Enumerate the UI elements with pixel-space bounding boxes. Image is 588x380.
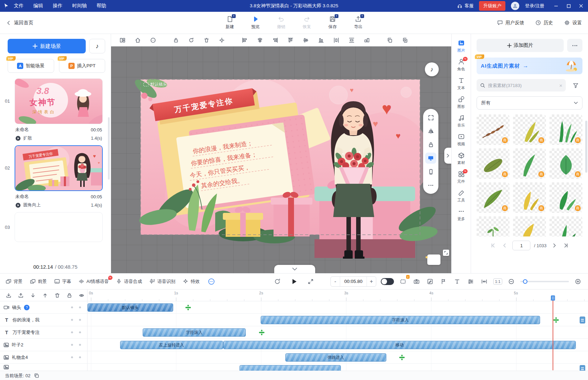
track-lane[interactable]: 默认镜头 bbox=[87, 301, 588, 313]
match-size-icon[interactable] bbox=[364, 37, 370, 43]
tab-material[interactable]: 素材 bbox=[452, 149, 471, 168]
menu-file[interactable]: 文件 bbox=[14, 3, 24, 9]
zoom-ratio-button[interactable]: 1:1 bbox=[493, 278, 502, 285]
autoplay-toggle[interactable] bbox=[381, 278, 394, 285]
foreground-button[interactable]: 前景 bbox=[30, 278, 47, 285]
track-lane[interactable]: 弹跳进入 bbox=[87, 351, 588, 363]
tts-button[interactable]: 语音合成 bbox=[116, 278, 142, 285]
playbar-more-icon[interactable] bbox=[207, 277, 216, 286]
track-header[interactable]: 镜头 ? bbox=[0, 301, 87, 313]
zoom-in-icon[interactable] bbox=[573, 277, 582, 286]
add-image-button[interactable]: 添加图片 bbox=[477, 39, 564, 52]
zoom-slider[interactable] bbox=[520, 281, 569, 282]
delete-icon[interactable] bbox=[203, 37, 210, 43]
undo-button[interactable]: 撤销 bbox=[277, 16, 285, 30]
history-button[interactable]: 历史 bbox=[535, 20, 553, 26]
duration-plus-button[interactable]: + bbox=[367, 278, 376, 285]
upgrade-account-button[interactable]: 升级账户 bbox=[479, 1, 505, 11]
effects-button[interactable]: 特效 bbox=[183, 278, 200, 285]
stage-artwork[interactable]: 你的浪漫，我来制造； 你要的惊喜，我来准备； 今天，你只管买买买， 其余的交给我… bbox=[111, 46, 451, 273]
scene-name[interactable]: 未命名 bbox=[15, 193, 29, 200]
settings-button[interactable]: 设置 bbox=[564, 20, 582, 26]
storyboard-icon[interactable] bbox=[119, 37, 126, 43]
new-scene-button[interactable]: 新建场景 bbox=[8, 39, 86, 53]
delete-track-icon[interactable] bbox=[53, 291, 62, 300]
scene-bgm-button[interactable]: ♪ bbox=[425, 62, 439, 76]
bar-extend-handle[interactable] bbox=[580, 317, 585, 323]
fullscreen-icon[interactable] bbox=[425, 112, 436, 123]
tab-more[interactable]: 更多 bbox=[452, 205, 471, 224]
mini-expand-icon[interactable] bbox=[443, 250, 449, 256]
align-bottom-icon[interactable] bbox=[318, 37, 324, 43]
track-lane[interactable] bbox=[87, 364, 588, 371]
scene-name[interactable]: 未命名 bbox=[15, 127, 29, 133]
home-icon[interactable] bbox=[135, 37, 141, 43]
background-button[interactable]: 背景 bbox=[6, 278, 23, 285]
add-animation-button[interactable] bbox=[553, 317, 559, 323]
login-register-link[interactable]: 登录/注册 bbox=[525, 3, 544, 9]
align-right-icon[interactable] bbox=[272, 37, 278, 43]
add-animation-button[interactable] bbox=[259, 329, 265, 336]
timeline-bar[interactable]: 左上旋转进入 bbox=[120, 341, 223, 349]
desktop-view-icon[interactable] bbox=[425, 153, 436, 164]
add-animation-button[interactable] bbox=[185, 304, 191, 311]
tab-tools[interactable]: 工具 bbox=[452, 187, 471, 205]
last-page-button[interactable] bbox=[562, 241, 570, 250]
track-header[interactable]: T 万千宠爱专注 bbox=[0, 326, 87, 338]
align-center-horizontal-icon[interactable] bbox=[257, 37, 263, 43]
distribute-vertical-icon[interactable] bbox=[348, 37, 355, 43]
hide-track-icon[interactable] bbox=[77, 291, 86, 300]
preview-button[interactable]: 预览 bbox=[251, 16, 260, 30]
timeline-bar[interactable]: 字符滚入 bbox=[143, 328, 246, 337]
rotate-icon[interactable] bbox=[188, 37, 194, 43]
ai-generate-banner[interactable]: VIP AI生成图片素材 → bbox=[477, 58, 582, 74]
asset-tile[interactable]: 商 bbox=[549, 148, 582, 179]
minimize-button[interactable] bbox=[550, 0, 562, 12]
subtitle-button[interactable]: 字幕 bbox=[54, 278, 71, 285]
insert-ppt-button[interactable]: VIP P 插入PPT bbox=[59, 59, 106, 73]
align-middle-icon[interactable] bbox=[303, 37, 309, 43]
menu-timeline[interactable]: 时间轴 bbox=[72, 3, 87, 9]
track-header[interactable]: 叶子2 bbox=[0, 339, 87, 351]
feedback-button[interactable]: 用户反馈 bbox=[497, 20, 524, 26]
asset-tile[interactable]: 商 bbox=[549, 114, 582, 145]
asset-tile[interactable]: 商 bbox=[513, 182, 546, 213]
asset-tile[interactable]: 商 bbox=[513, 216, 546, 236]
tab-widget[interactable]: N 元件 bbox=[452, 168, 471, 187]
text-tool-icon[interactable] bbox=[453, 277, 462, 286]
more-icon[interactable] bbox=[425, 180, 436, 191]
align-top-icon[interactable] bbox=[287, 37, 294, 43]
support-button[interactable]: 客服 bbox=[457, 3, 473, 9]
tab-music[interactable]: 音乐 bbox=[452, 112, 471, 130]
tab-shape[interactable]: 图形 bbox=[452, 93, 471, 112]
track-lane[interactable]: 左上旋转进入 移动 bbox=[87, 339, 588, 351]
asset-tile[interactable]: 商 bbox=[549, 216, 582, 236]
asset-tile[interactable]: 商 bbox=[513, 114, 546, 145]
scene-panel-scrollbar[interactable] bbox=[108, 117, 110, 180]
close-button[interactable] bbox=[575, 0, 587, 12]
lock-icon[interactable] bbox=[425, 139, 436, 150]
maximize-button[interactable] bbox=[562, 0, 575, 12]
bar-extend-handle[interactable] bbox=[580, 365, 585, 371]
timeline-bar[interactable]: 弹跳进入 bbox=[285, 353, 386, 362]
timeline-bar[interactable]: 字符滚入 bbox=[261, 316, 540, 324]
duration-value[interactable]: 00:05.80 bbox=[340, 276, 367, 287]
zoom-out-icon[interactable] bbox=[507, 277, 516, 286]
track-header[interactable]: 礼物盒4 bbox=[0, 351, 87, 363]
tab-image[interactable]: 图片 bbox=[452, 37, 471, 55]
add-animation-button[interactable] bbox=[399, 354, 405, 361]
asset-panel-scrollbar[interactable] bbox=[585, 121, 587, 173]
focus-icon[interactable] bbox=[219, 37, 225, 43]
track-header[interactable]: T 你的浪漫，我 bbox=[0, 314, 87, 326]
export-track-icon[interactable] bbox=[16, 291, 25, 300]
scene-preview-thumb[interactable] bbox=[427, 254, 440, 265]
more-options-icon[interactable] bbox=[150, 37, 156, 43]
flip-icon[interactable] bbox=[425, 126, 436, 137]
export-button[interactable]: + 导出 bbox=[354, 16, 362, 30]
camera-label[interactable]: 默认镜头 bbox=[143, 81, 167, 87]
align-left-icon[interactable] bbox=[242, 37, 248, 43]
filter-button[interactable] bbox=[569, 79, 582, 92]
menu-operate[interactable]: 操作 bbox=[53, 3, 62, 9]
asset-tile[interactable]: 商 bbox=[477, 148, 510, 179]
track-lane[interactable]: 字符滚入 bbox=[87, 314, 588, 326]
